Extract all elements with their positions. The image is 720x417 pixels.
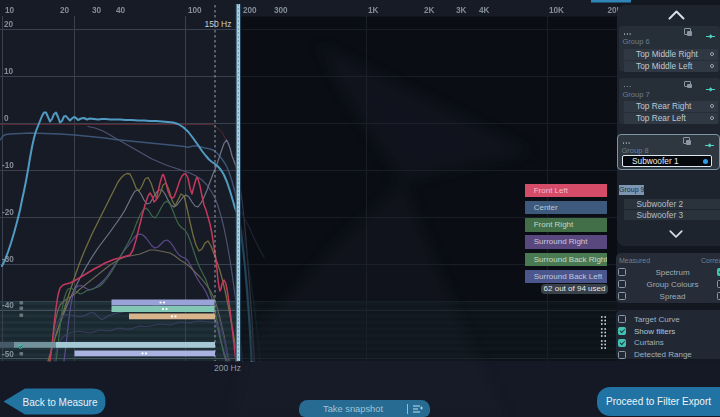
svg-text:40: 40 [116,6,126,15]
svg-text:30: 30 [92,6,102,15]
svg-text:0: 0 [4,114,9,123]
svg-text:200: 200 [243,6,257,15]
svg-text:10: 10 [4,67,14,76]
svg-text:2K: 2K [424,6,435,15]
svg-text:3K: 3K [456,6,467,15]
svg-text:150 Hz: 150 Hz [205,19,232,29]
svg-text:-30: -30 [2,255,14,264]
svg-text:200 Hz: 200 Hz [214,363,241,373]
svg-text:-10: -10 [2,161,14,170]
svg-text:10K: 10K [549,6,564,15]
svg-text:300: 300 [274,6,288,15]
svg-text:-40: -40 [2,301,14,310]
svg-text:20: 20 [60,6,70,15]
svg-text:-20: -20 [2,208,14,217]
svg-text:100: 100 [188,6,202,15]
svg-text:Back to Measure: Back to Measure [22,397,97,408]
svg-text:-50: -50 [2,350,14,359]
svg-text:1K: 1K [368,6,379,15]
svg-text:10: 10 [5,6,15,15]
svg-text:4K: 4K [479,6,490,15]
svg-text:20: 20 [4,20,14,29]
